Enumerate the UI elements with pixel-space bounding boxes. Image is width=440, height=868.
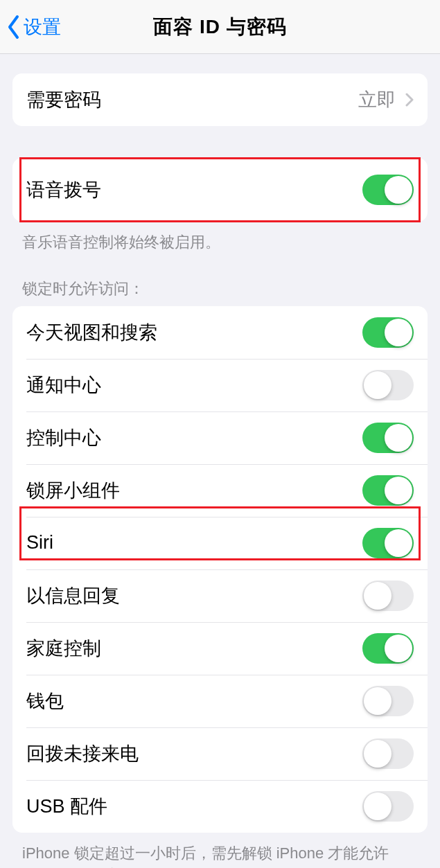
locked-access-row: 以信息回复 bbox=[12, 569, 428, 622]
locked-access-item-label: 控制中心 bbox=[26, 425, 101, 450]
require-passcode-row[interactable]: 需要密码 立即 bbox=[12, 73, 428, 126]
locked-access-item-label: USB 配件 bbox=[26, 794, 107, 819]
require-passcode-label: 需要密码 bbox=[26, 87, 101, 112]
locked-access-row: 家庭控制 bbox=[12, 622, 428, 675]
content: 需要密码 立即 语音拨号 音乐语音控制将始终被启用。 锁定时允许访问： 今天视图… bbox=[0, 73, 440, 868]
toggle-knob bbox=[385, 176, 412, 204]
locked-access-header: 锁定时允许访问： bbox=[22, 278, 418, 299]
locked-access-row: 锁屏小组件 bbox=[12, 464, 428, 517]
locked-access-row: 通知中心 bbox=[12, 359, 428, 411]
voice-dial-footer: 音乐语音控制将始终被启用。 bbox=[22, 231, 418, 254]
toggle-knob bbox=[385, 635, 412, 662]
toggle-knob bbox=[364, 687, 391, 715]
chevron-left-icon bbox=[7, 15, 21, 39]
toggle-knob bbox=[385, 424, 412, 452]
locked-access-item-toggle[interactable] bbox=[362, 317, 414, 348]
locked-access-item-toggle[interactable] bbox=[362, 791, 414, 822]
locked-access-row: 钱包 bbox=[12, 675, 428, 727]
locked-access-item-label: Siri bbox=[26, 532, 53, 553]
nav-bar: 设置 面容 ID 与密码 bbox=[0, 0, 440, 54]
locked-access-row: Siri bbox=[12, 517, 428, 569]
toggle-knob bbox=[364, 371, 391, 399]
toggle-knob bbox=[364, 792, 391, 820]
require-passcode-group: 需要密码 立即 bbox=[12, 73, 428, 126]
toggle-knob bbox=[385, 529, 412, 557]
locked-access-item-toggle[interactable] bbox=[362, 738, 414, 769]
locked-access-group: 今天视图和搜索通知中心控制中心锁屏小组件Siri以信息回复家庭控制钱包回拨未接来… bbox=[12, 306, 428, 833]
voice-dial-group: 语音拨号 bbox=[12, 158, 428, 222]
locked-access-item-label: 家庭控制 bbox=[26, 636, 101, 661]
locked-access-item-toggle[interactable] bbox=[362, 475, 414, 506]
locked-access-item-label: 通知中心 bbox=[26, 373, 101, 398]
require-passcode-value-wrap: 立即 bbox=[358, 87, 414, 112]
locked-access-item-label: 回拨未接来电 bbox=[26, 741, 139, 766]
voice-dial-row: 语音拨号 bbox=[12, 158, 428, 222]
locked-access-item-label: 以信息回复 bbox=[26, 583, 120, 608]
locked-access-row: 今天视图和搜索 bbox=[12, 306, 428, 359]
back-button[interactable]: 设置 bbox=[7, 15, 61, 39]
locked-access-item-toggle[interactable] bbox=[362, 528, 414, 558]
locked-access-item-toggle[interactable] bbox=[362, 423, 414, 453]
back-label: 设置 bbox=[24, 15, 61, 39]
locked-access-footer: iPhone 锁定超过一小时后，需先解锁 iPhone 才能允许USB 配件连接… bbox=[22, 842, 418, 868]
voice-dial-label: 语音拨号 bbox=[26, 177, 101, 202]
locked-access-item-toggle[interactable] bbox=[362, 581, 414, 611]
locked-access-item-toggle[interactable] bbox=[362, 370, 414, 400]
locked-access-item-label: 钱包 bbox=[26, 689, 64, 714]
toggle-knob bbox=[385, 477, 412, 504]
locked-access-row: 回拨未接来电 bbox=[12, 727, 428, 780]
toggle-knob bbox=[364, 740, 391, 768]
locked-access-item-toggle[interactable] bbox=[362, 686, 414, 716]
locked-access-item-label: 锁屏小组件 bbox=[26, 478, 120, 503]
chevron-right-icon bbox=[405, 93, 414, 107]
locked-access-row: USB 配件 bbox=[12, 780, 428, 833]
locked-access-row: 控制中心 bbox=[12, 411, 428, 464]
toggle-knob bbox=[364, 582, 391, 610]
locked-access-item-toggle[interactable] bbox=[362, 633, 414, 664]
page-title: 面容 ID 与密码 bbox=[0, 14, 440, 40]
locked-access-item-label: 今天视图和搜索 bbox=[26, 320, 157, 345]
toggle-knob bbox=[385, 319, 412, 346]
require-passcode-value: 立即 bbox=[358, 87, 396, 112]
voice-dial-toggle[interactable] bbox=[362, 175, 414, 205]
